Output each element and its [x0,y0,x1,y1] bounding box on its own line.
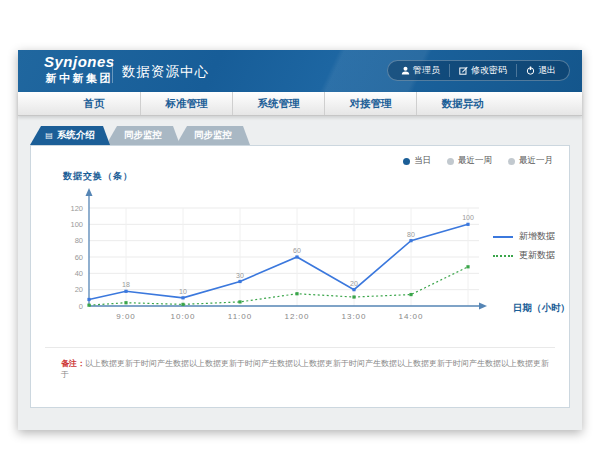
line-chart: 0204060801001209:0010:0011:0012:0013:001… [51,184,511,334]
legend-swatch-solid-line [493,236,513,238]
range-filter-group: 当日最近一周最近一月 [403,155,553,167]
legend-swatch-dotted-line [493,255,513,257]
y-tick-label: 40 [75,269,83,278]
footnote-prefix: 备注： [61,359,85,368]
data-point [466,223,469,226]
radio-label: 最近一周 [458,155,492,167]
data-point [295,292,298,295]
document-icon: ▤ [45,132,53,140]
tab-同步监控-1[interactable]: 同步监控 [106,126,180,145]
nav-item-系统管理[interactable]: 系统管理 [232,92,324,115]
user-action-label: 修改密码 [471,64,507,77]
chart-legend: 新增数据更新数据 [493,230,555,262]
user-action-label: 退出 [538,64,556,77]
data-point [352,295,355,298]
data-point [352,288,355,291]
user-toolbar: 管理员修改密码退出 [387,60,570,81]
data-point [87,298,90,301]
radio-dot-icon [447,158,454,165]
x-tick-label: 12:00 [284,312,309,321]
range-option-最近一月[interactable]: 最近一月 [508,155,553,167]
nav-item-标准管理[interactable]: 标准管理 [140,92,232,115]
logo-text-cn: 新中新集团 [44,72,115,84]
y-tick-label: 120 [70,204,83,213]
range-option-当日[interactable]: 当日 [403,155,431,167]
tab-系统介绍-0[interactable]: ▤系统介绍 [30,126,110,145]
user-action-label: 管理员 [413,64,440,77]
data-point [87,304,90,307]
header: Synjones 新中新集团 数据资源中心 管理员修改密码退出 [18,50,582,92]
data-point [181,303,184,306]
brand-logo: Synjones 新中新集团 [44,54,115,84]
edit-icon [459,66,468,75]
data-point-label: 30 [236,272,244,279]
legend-item-更新数据: 更新数据 [493,249,555,262]
user-action-修改密码[interactable]: 修改密码 [449,64,516,77]
tab-label: 系统介绍 [57,129,95,142]
nav-item-对接管理[interactable]: 对接管理 [324,92,416,115]
chart-canvas: 0204060801001209:0010:0011:0012:0013:001… [51,184,511,334]
data-point [124,290,127,293]
logo-text-en: Synjones [44,54,115,71]
data-point-label: 80 [407,231,415,238]
nav-item-首页[interactable]: 首页 [48,92,140,115]
y-tick-label: 0 [79,302,83,311]
data-point [295,255,298,258]
x-tick-label: 14:00 [398,312,423,321]
tab-label: 同步监控 [124,129,162,142]
data-point [181,296,184,299]
user-action-退出[interactable]: 退出 [516,64,565,77]
y-tick-label: 60 [75,253,83,262]
y-tick-label: 20 [75,285,83,294]
legend-label: 更新数据 [519,249,555,262]
data-point [466,265,469,268]
range-option-最近一周[interactable]: 最近一周 [447,155,492,167]
x-tick-label: 11:00 [228,312,252,321]
legend-item-新增数据: 新增数据 [493,230,555,243]
tab-label: 同步监控 [194,129,232,142]
data-point [238,300,241,303]
y-tick-label: 100 [70,220,83,229]
tab-bar: ▤系统介绍同步监控同步监控 [30,126,246,145]
radio-label: 当日 [414,155,431,167]
y-axis-label: 数据交换（条） [63,170,133,183]
data-point-label: 20 [350,280,358,287]
radio-dot-icon [403,158,410,165]
footnote: 备注：以上数据更新于时间产生数据以上数据更新于时间产生数据以上数据更新于时间产生… [61,358,555,380]
data-point-label: 100 [462,214,474,221]
data-point [238,280,241,283]
data-point-label: 60 [293,247,301,254]
x-tick-label: 9:00 [116,312,136,321]
x-tick-label: 13:00 [341,312,366,321]
data-point-label: 18 [122,281,130,288]
radio-dot-icon [508,158,515,165]
x-axis-arrow-icon [479,303,487,310]
y-tick-label: 80 [75,236,83,245]
data-point [409,239,412,242]
content-panel: 当日最近一周最近一月 数据交换（条） 0204060801001209:0010… [30,145,570,408]
tab-同步监控-2[interactable]: 同步监控 [176,126,250,145]
user-action-管理员[interactable]: 管理员 [392,64,449,77]
nav-item-数据异动[interactable]: 数据异动 [416,92,508,115]
radio-label: 最近一月 [519,155,553,167]
x-tick-label: 10:00 [170,312,195,321]
footnote-text: 以上数据更新于时间产生数据以上数据更新于时间产生数据以上数据更新于时间产生数据以… [61,359,549,379]
user-icon [401,66,410,75]
power-icon [526,66,535,75]
data-point [124,301,127,304]
x-axis-label: 日期（小时） [513,302,570,315]
page-title: 数据资源中心 [122,63,209,81]
legend-label: 新增数据 [519,230,555,243]
app-window: Synjones 新中新集团 数据资源中心 管理员修改密码退出 首页标准管理系统… [18,50,582,430]
header-divider [112,59,113,83]
note-divider [45,347,555,348]
data-point-label: 10 [179,288,187,295]
screen: Synjones 新中新集团 数据资源中心 管理员修改密码退出 首页标准管理系统… [0,0,600,450]
data-point [409,293,412,296]
main-nav: 首页标准管理系统管理对接管理数据异动 [18,92,582,116]
y-axis-arrow-icon [86,188,93,196]
